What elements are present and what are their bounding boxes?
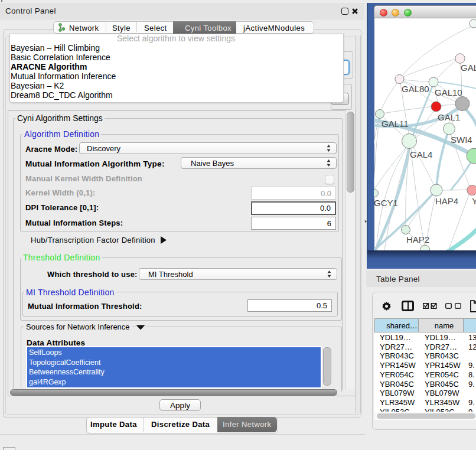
svg-text:SWI4: SWI4 bbox=[451, 135, 472, 145]
svg-text:GAL1: GAL1 bbox=[438, 112, 460, 122]
svg-text:GAL11: GAL11 bbox=[382, 119, 409, 129]
svg-text:GAL2: GAL2 bbox=[461, 63, 476, 73]
svg-text:GAL4: GAL4 bbox=[410, 149, 432, 159]
svg-text:Y: Y bbox=[472, 196, 476, 206]
svg-text:GAL80: GAL80 bbox=[402, 84, 429, 94]
svg-text:HAP4: HAP4 bbox=[435, 196, 458, 206]
svg-text:GAL10: GAL10 bbox=[435, 87, 462, 97]
svg-text:HAP2: HAP2 bbox=[406, 234, 429, 244]
svg-text:GCY1: GCY1 bbox=[374, 198, 398, 208]
